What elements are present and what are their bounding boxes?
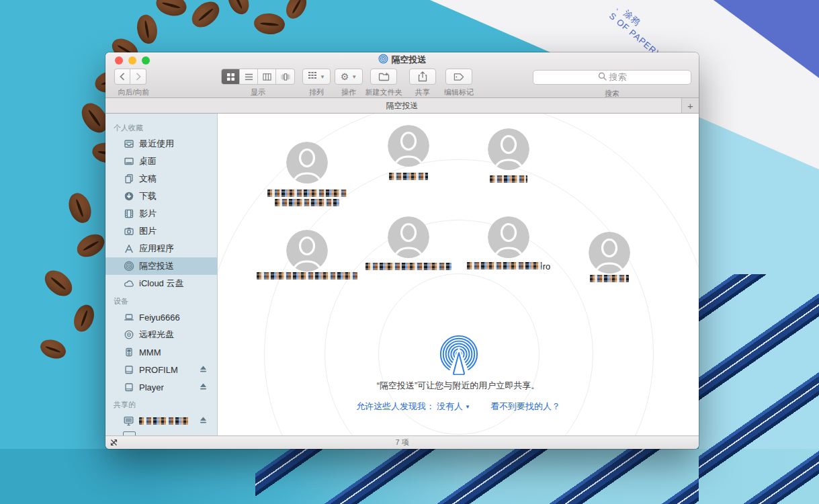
gear-icon: ⚙ — [341, 72, 349, 81]
tab-airdrop[interactable]: 隔空投送 — [386, 100, 419, 112]
coffee-bean — [224, 0, 253, 17]
sidebar-item-Player[interactable]: Player — [105, 378, 217, 396]
chevron-down-icon: ▼ — [465, 404, 470, 410]
edit-tags-button[interactable] — [445, 69, 472, 85]
airdrop-contact-name — [490, 175, 527, 183]
sidebar-item-label: 应用程序 — [139, 243, 174, 255]
sidebar-item-桌面[interactable]: 桌面 — [105, 153, 217, 170]
coffee-bean — [135, 13, 160, 45]
sidebar-item-下载[interactable]: 下载 — [105, 187, 217, 205]
sidebar-item-label: 隔空投送 — [139, 260, 174, 272]
airdrop-contact-avatar[interactable] — [488, 128, 529, 170]
new-tab-button[interactable]: + — [681, 98, 699, 113]
applications-icon — [123, 243, 134, 254]
sidebar-item-MMM[interactable]: MMM — [105, 343, 217, 361]
discoverable-value: 没有人 — [437, 401, 463, 413]
forward-button[interactable] — [130, 69, 146, 85]
view-grid-button[interactable] — [222, 69, 240, 84]
sidebar-item-影片[interactable]: 影片 — [105, 205, 217, 222]
airdrop-contact-name: ro — [467, 261, 551, 271]
disc-icon — [123, 329, 134, 340]
sidebar-section-header: 个人收藏 — [105, 119, 217, 135]
new-folder-label: 新建文件夹 — [365, 87, 402, 97]
sidebar-item-label: 图片 — [139, 225, 157, 237]
view-list-button[interactable] — [240, 69, 258, 84]
airdrop-contact-avatar[interactable] — [286, 230, 328, 271]
drive-icon — [123, 364, 134, 375]
title-bar[interactable]: 隔空投送 — [105, 52, 699, 67]
action-label: 操作 — [341, 87, 356, 97]
chevron-down-icon: ▼ — [351, 74, 357, 80]
new-folder-button[interactable] — [370, 69, 397, 85]
laptop-icon — [123, 312, 134, 323]
airdrop-contact-avatar[interactable] — [388, 216, 429, 258]
sidebar-item-shared-device[interactable] — [105, 412, 217, 429]
sidebar-item-label: 最近使用 — [139, 138, 174, 150]
window-chrome: 隔空投送 向后/向前 显示 ▼ 排列 ⚙ ▼ — [105, 52, 699, 98]
arrange-button[interactable]: ▼ — [302, 69, 331, 85]
sidebar-item-label: 桌面 — [139, 155, 157, 167]
coffee-bean — [71, 302, 97, 334]
back-button[interactable] — [114, 69, 130, 85]
airdrop-contact-avatar[interactable] — [589, 232, 630, 274]
sidebar-item-iCloud 云盘[interactable]: iCloud 云盘 — [105, 275, 217, 292]
coffee-bean — [40, 265, 77, 301]
blue-pencils — [699, 274, 819, 504]
airdrop-title-icon — [378, 54, 388, 66]
device-icon — [123, 347, 134, 358]
airdrop-contact-avatar[interactable] — [488, 216, 529, 258]
minimize-button[interactable] — [128, 56, 136, 65]
icloud-icon — [123, 278, 134, 289]
action-button[interactable]: ⚙ ▼ — [335, 69, 363, 85]
coffee-bean — [187, 0, 224, 32]
redacted-name — [267, 190, 347, 197]
discoverable-label: 允许这些人发现我： — [356, 401, 435, 413]
redacted-device-name — [139, 417, 189, 425]
redacted-name — [257, 272, 357, 280]
share-button[interactable] — [409, 69, 436, 85]
help-link[interactable]: 看不到要找的人？ — [490, 401, 560, 413]
sidebar-item-最近使用[interactable]: 最近使用 — [105, 135, 217, 153]
airdrop-contact-avatar[interactable] — [286, 142, 328, 183]
coffee-bean — [154, 0, 189, 19]
view-coverflow-button[interactable] — [276, 69, 294, 84]
arrange-label: 排列 — [309, 87, 324, 97]
toolbar: 向后/向前 显示 ▼ 排列 ⚙ ▼ 操作 新建文件夹 共享 编辑标记 — [105, 67, 699, 98]
sidebar-item-文稿[interactable]: 文稿 — [105, 170, 217, 187]
view-label: 显示 — [251, 87, 265, 97]
share-label: 共享 — [415, 87, 430, 97]
airdrop-contact-name — [389, 173, 428, 180]
sidebar-item-PROFILM[interactable]: PROFILM — [105, 361, 217, 378]
airdrop-contact-avatar[interactable] — [388, 125, 429, 167]
sidebar-item-label: Player — [139, 382, 164, 392]
sidebar-item-隔空投送[interactable]: 隔空投送 — [105, 257, 217, 275]
view-columns-button[interactable] — [258, 69, 276, 84]
zoom-button[interactable] — [142, 56, 150, 65]
movies-icon — [123, 208, 134, 219]
sidebar-item-图片[interactable]: 图片 — [105, 222, 217, 240]
drive-icon — [123, 382, 134, 392]
sidebar-item-应用程序[interactable]: 应用程序 — [105, 240, 217, 257]
traffic-lights — [115, 56, 150, 65]
sidebar-item-label: 文稿 — [139, 173, 157, 185]
airdrop-caption: “隔空投送”可让您与附近的用户立即共享。 — [218, 380, 699, 392]
airdrop-contact-name — [590, 275, 629, 282]
search-input[interactable]: 搜索 — [533, 70, 691, 85]
eject-icon[interactable] — [199, 416, 208, 426]
eject-icon[interactable] — [199, 365, 208, 375]
documents-icon — [123, 173, 134, 184]
eject-icon[interactable] — [199, 382, 208, 392]
close-button[interactable] — [115, 56, 123, 65]
redacted-name — [490, 175, 527, 183]
sidebar-item-label: MMM — [139, 347, 161, 358]
search-icon — [598, 72, 607, 83]
sidebar-item-Feiyu6666[interactable]: Feiyu6666 — [105, 308, 217, 326]
sidebar-item-远程光盘[interactable]: 远程光盘 — [105, 326, 217, 343]
airdrop-contact-name — [257, 272, 357, 280]
discoverable-by-dropdown[interactable]: 允许这些人发现我：没有人 ▼ — [356, 401, 470, 413]
sidebar-section-header: 共享的 — [105, 396, 217, 412]
resize-icon[interactable] — [110, 438, 118, 448]
airdrop-contact-name — [267, 190, 347, 197]
search-label: 搜索 — [605, 89, 619, 99]
coffee-bean — [282, 0, 310, 22]
